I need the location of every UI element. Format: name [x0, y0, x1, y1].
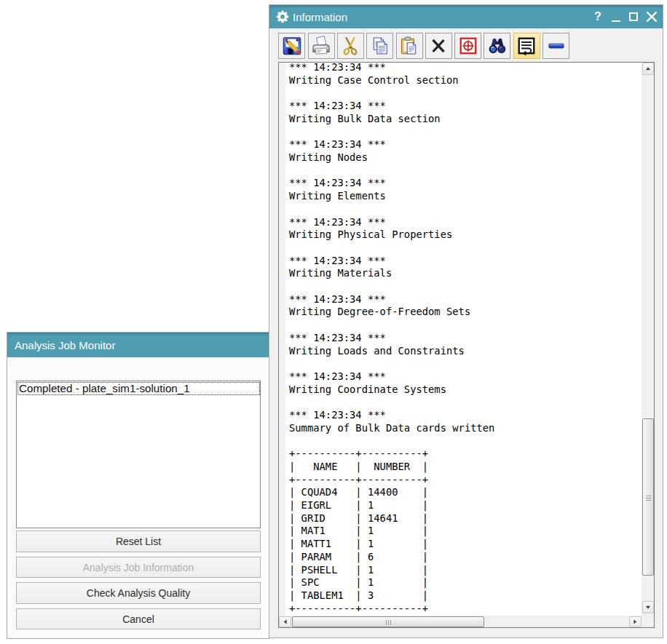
- origin-target-icon: [458, 36, 478, 56]
- maximize-button[interactable]: [625, 5, 642, 28]
- analysis-job-information-button[interactable]: Analysis Job Information: [16, 557, 261, 579]
- scroll-down-button[interactable]: [642, 601, 654, 613]
- scroll-down-arrow-icon: [643, 602, 653, 613]
- scroll-up-button[interactable]: [642, 63, 654, 75]
- delete-button[interactable]: [425, 33, 452, 59]
- scrollbar-corner: [642, 616, 654, 627]
- information-window: Information ?: [269, 4, 663, 638]
- log-text: *** 14:23:34 *** Writing Case Control se…: [289, 63, 494, 615]
- paste-icon: [399, 36, 419, 56]
- close-icon: [643, 5, 660, 28]
- vertical-scroll-thumb[interactable]: [642, 418, 654, 576]
- save-icon: [282, 36, 302, 56]
- horizontal-scrollbar[interactable]: [279, 616, 642, 627]
- log-textarea[interactable]: *** 14:23:34 *** Writing Case Control se…: [278, 62, 655, 628]
- word-wrap-button[interactable]: [513, 33, 540, 59]
- scroll-right-button[interactable]: [629, 616, 642, 627]
- analysis-job-monitor-dialog: Analysis Job Monitor Completed - plate_s…: [7, 332, 269, 639]
- copy-button[interactable]: [366, 33, 393, 59]
- minimize-icon: [612, 20, 620, 22]
- selection-gutter: [279, 63, 285, 616]
- minimize-button[interactable]: [607, 5, 625, 28]
- delete-icon: [428, 36, 449, 56]
- dialog-title: Analysis Job Monitor: [15, 333, 115, 358]
- maximize-icon: [629, 12, 638, 21]
- log-viewport: *** 14:23:34 *** Writing Case Control se…: [279, 63, 642, 616]
- print-icon: [311, 36, 331, 56]
- vertical-scrollbar[interactable]: [642, 63, 654, 616]
- copy-icon: [370, 36, 390, 56]
- vthumb-grip-line: [646, 500, 651, 501]
- window-titlebar[interactable]: Information ?: [269, 5, 663, 28]
- find-icon: [487, 36, 508, 56]
- check-analysis-quality-button[interactable]: Check Analysis Quality: [16, 582, 261, 604]
- help-button[interactable]: ?: [589, 5, 607, 28]
- scroll-right-arrow-icon: [630, 617, 641, 627]
- scroll-left-button[interactable]: [279, 616, 291, 627]
- find-button[interactable]: [484, 33, 510, 59]
- toolbar: [269, 28, 663, 62]
- dialog-titlebar[interactable]: Analysis Job Monitor: [7, 333, 269, 357]
- hthumb-grip-line: [386, 620, 387, 625]
- close-button[interactable]: [643, 5, 660, 28]
- window-title: Information: [293, 5, 347, 29]
- hthumb-grip-line: [388, 620, 389, 625]
- save-button[interactable]: [278, 33, 305, 59]
- hthumb-grip-line: [390, 620, 391, 625]
- job-listbox[interactable]: Completed - plate_sim1-solution_1: [16, 381, 261, 528]
- collapse-button[interactable]: [542, 33, 569, 59]
- information-window-origin-button[interactable]: [454, 33, 481, 59]
- word-wrap-icon: [516, 36, 537, 56]
- cut-icon: [340, 36, 360, 56]
- scroll-up-arrow-icon: [643, 63, 653, 74]
- job-list-item-selected[interactable]: Completed - plate_sim1-solution_1: [17, 382, 260, 395]
- scroll-left-arrow-icon: [280, 617, 291, 627]
- horizontal-scroll-thumb[interactable]: [292, 616, 484, 627]
- gear-icon: [276, 10, 289, 23]
- reset-list-button[interactable]: Reset List: [16, 530, 261, 552]
- vthumb-grip-line: [646, 498, 651, 498]
- print-button[interactable]: [308, 33, 335, 59]
- paste-button[interactable]: [396, 33, 423, 59]
- cancel-button[interactable]: Cancel: [16, 608, 261, 630]
- vthumb-grip-line: [646, 496, 651, 496]
- collapse-minus-icon: [546, 36, 567, 56]
- cut-button[interactable]: [337, 33, 364, 59]
